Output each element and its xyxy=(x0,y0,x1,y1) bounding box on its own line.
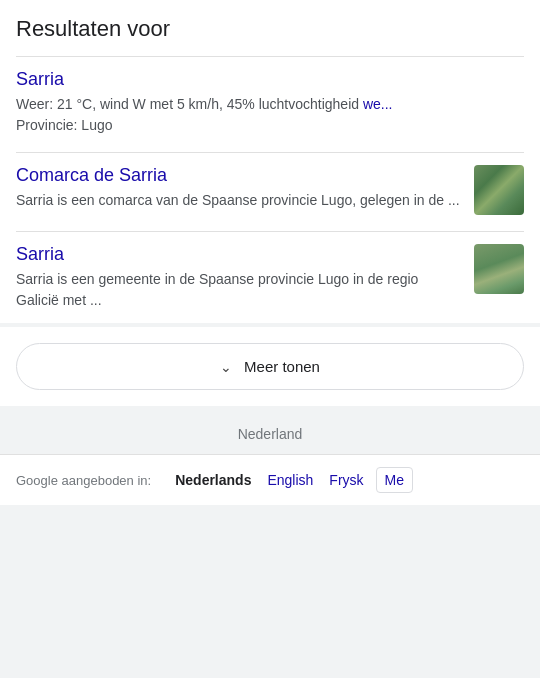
results-heading: Resultaten voor xyxy=(16,16,524,42)
comarca-thumbnail xyxy=(474,165,524,215)
meer-tonen-button[interactable]: ⌄ Meer tonen xyxy=(16,343,524,390)
weather-link[interactable]: we... xyxy=(363,96,393,112)
comarca-title[interactable]: Comarca de Sarria xyxy=(16,165,464,186)
meer-tonen-section: ⌄ Meer tonen xyxy=(0,327,540,406)
sarria-thumbnail xyxy=(474,244,524,294)
comarca-snippet: Sarria is een comarca van de Spaanse pro… xyxy=(16,190,464,211)
sarria-gemeente-title[interactable]: Sarria xyxy=(16,244,464,265)
provincie-label: Provincie: xyxy=(16,117,81,133)
sarria-gemeente-text: Sarria Sarria is een gemeente in de Spaa… xyxy=(16,244,464,311)
meer-tonen-label: Meer tonen xyxy=(244,358,320,375)
lang-more[interactable]: Me xyxy=(376,467,413,493)
top-divider xyxy=(16,56,524,57)
footer-section: Nederland Google aangeboden in: Nederlan… xyxy=(0,406,540,505)
language-links: Nederlands English Frysk Me xyxy=(167,467,413,493)
result-sarria-gemeente: Sarria Sarria is een gemeente in de Spaa… xyxy=(16,244,524,323)
language-bar: Google aangeboden in: Nederlands English… xyxy=(0,454,540,505)
weather-label: Weer: 21 °C, wind W met 5 km/h, 45% luch… xyxy=(16,96,363,112)
result-comarca: Comarca de Sarria Sarria is een comarca … xyxy=(16,165,524,227)
lang-en[interactable]: English xyxy=(259,468,321,492)
divider-1 xyxy=(16,152,524,153)
comarca-text: Comarca de Sarria Sarria is een comarca … xyxy=(16,165,464,211)
divider-2 xyxy=(16,231,524,232)
sarria-gemeente-snippet: Sarria is een gemeente in de Spaanse pro… xyxy=(16,269,464,311)
provincie-value: Lugo xyxy=(81,117,112,133)
google-offered-label: Google aangeboden in: xyxy=(16,473,151,488)
main-content: Resultaten voor Sarria Weer: 21 °C, wind… xyxy=(0,0,540,323)
sarria-weather-title[interactable]: Sarria xyxy=(16,69,524,90)
result-sarria-weather: Sarria Weer: 21 °C, wind W met 5 km/h, 4… xyxy=(16,69,524,148)
chevron-down-icon: ⌄ xyxy=(220,359,232,375)
lang-nl[interactable]: Nederlands xyxy=(167,468,259,492)
region-label: Nederland xyxy=(0,426,540,442)
lang-fy[interactable]: Frysk xyxy=(321,468,371,492)
